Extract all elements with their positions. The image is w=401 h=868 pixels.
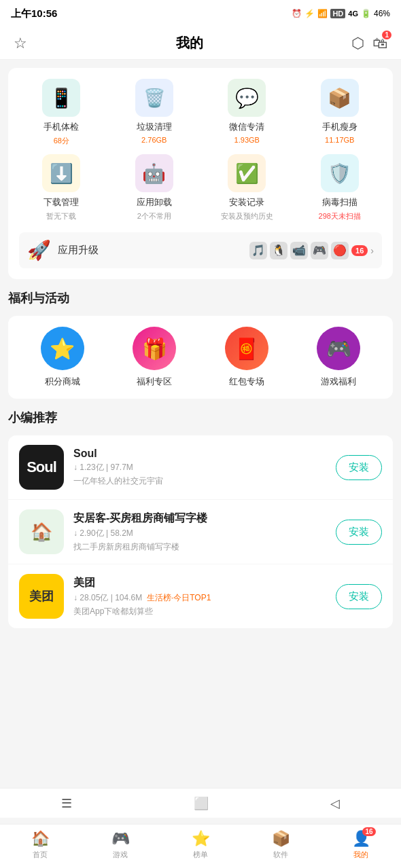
settings-icon[interactable]: ⬡: [351, 35, 364, 52]
nav-charts[interactable]: ⭐ 榜单: [160, 830, 241, 860]
cart-badge: 1: [382, 31, 391, 39]
upgrade-banner[interactable]: 🚀 应用升级 🎵 🐧 📹 🎮 🔴 16 ›: [19, 232, 382, 268]
nav-software-label: 软件: [273, 850, 288, 860]
app-item-soul: Soul Soul ↓ 1.23亿 | 97.7M 一亿年轻人的社交元宇宙 安装: [8, 435, 393, 500]
nav-mine-label: 我的: [353, 850, 368, 860]
redpacket-icon: 🧧: [225, 327, 268, 370]
star-icon[interactable]: ☆: [14, 35, 27, 52]
anjuke-info: 安居客-买房租房商铺写字楼 ↓ 2.90亿 | 58.2M 找二手房新房租房商铺…: [73, 511, 326, 553]
alarm-icon: ⏰: [292, 9, 302, 18]
tool-virus-scan[interactable]: 🛡️ 病毒扫描 298天未扫描: [298, 154, 383, 221]
app-uninstall-icon: 🤖: [135, 154, 173, 192]
trash-clean-icon: 🗑️: [135, 79, 173, 117]
wechat-clean-icon: 💬: [228, 79, 266, 117]
more-thumb: 🎮: [311, 242, 328, 259]
meituan-install-button[interactable]: 安装: [336, 584, 382, 609]
nav-games-label: 游戏: [113, 850, 128, 860]
welfare-benefits-zone[interactable]: 🎁 福利专区: [111, 327, 198, 388]
tool-name: 手机体检: [43, 121, 79, 133]
tool-sub: 1.93GB: [234, 136, 260, 144]
battery-level: 46%: [374, 9, 390, 18]
home-icon: 🏠: [31, 830, 50, 848]
game-benefits-icon: 🎮: [317, 327, 360, 370]
soul-logo: Soul: [19, 445, 64, 490]
battery-icon: 🔋: [361, 9, 371, 18]
soul-desc: 一亿年轻人的社交元宇宙: [73, 475, 326, 487]
welfare-item-label: 红包专场: [229, 376, 264, 388]
welfare-grid: ⭐ 积分商城 🎁 福利专区 🧧 红包专场 🎮 游戏福利: [19, 327, 382, 388]
nav-software[interactable]: 📦 软件: [241, 830, 321, 860]
tool-app-uninstall[interactable]: 🤖 应用卸载 2个不常用: [112, 154, 197, 221]
recommend-section-title: 小编推荐: [8, 410, 393, 426]
rocket-icon: 🚀: [27, 239, 51, 261]
main-content: 📱 手机体检 68分 🗑️ 垃圾清理 2.76GB 💬 微信专清 1.93GB …: [0, 60, 401, 647]
extra-thumb: 🔴: [331, 242, 349, 259]
software-icon: 📦: [272, 830, 290, 848]
tool-phone-slim[interactable]: 📦 手机瘦身 11.17GB: [298, 79, 383, 146]
welfare-game-benefits[interactable]: 🎮 游戏福利: [296, 327, 383, 388]
soul-name: Soul: [73, 448, 326, 460]
tools-grid: 📱 手机体检 68分 🗑️ 垃圾清理 2.76GB 💬 微信专清 1.93GB …: [19, 79, 382, 221]
app-item-meituan: 美团 美团 ↓ 28.05亿 | 104.6M 生活榜·今日TOP1 美团App…: [8, 564, 393, 628]
nav-games[interactable]: 🎮 游戏: [80, 830, 160, 860]
tool-install-history[interactable]: ✅ 安装记录 安装及预约历史: [205, 154, 290, 221]
meituan-meta: ↓ 28.05亿 | 104.6M 生活榜·今日TOP1: [73, 592, 326, 604]
anjuke-install-button[interactable]: 安装: [336, 520, 382, 545]
mine-badge: 16: [362, 827, 375, 836]
tool-name: 病毒扫描: [322, 196, 358, 209]
tool-sub: 298天未扫描: [319, 211, 361, 221]
upgrade-count: 16: [351, 245, 368, 256]
home-square-icon[interactable]: ⬜: [194, 796, 209, 811]
mianmian-thumb: 📹: [290, 242, 308, 259]
soul-install-button[interactable]: 安装: [336, 455, 382, 480]
upgrade-arrow-icon: ›: [370, 245, 374, 256]
menu-icon[interactable]: ☰: [61, 796, 72, 811]
meituan-highlight: 生活榜·今日TOP1: [147, 593, 211, 602]
app-list: Soul Soul ↓ 1.23亿 | 97.7M 一亿年轻人的社交元宇宙 安装…: [8, 435, 393, 628]
system-nav-bar: ☰ ⬜ ◁: [0, 788, 401, 818]
tool-trash-clean[interactable]: 🗑️ 垃圾清理 2.76GB: [112, 79, 197, 146]
welfare-section-title: 福利与活动: [8, 290, 393, 306]
tool-name: 手机瘦身: [322, 121, 358, 133]
anjuke-name: 安居客-买房租房商铺写字楼: [73, 511, 326, 526]
tool-phone-checkup[interactable]: 📱 手机体检 68分: [19, 79, 104, 146]
soul-meta: ↓ 1.23亿 | 97.7M: [73, 462, 326, 473]
tool-name: 应用卸载: [137, 196, 172, 209]
tool-sub: 安装及预约历史: [221, 211, 273, 221]
welfare-points-shop[interactable]: ⭐ 积分商城: [19, 327, 106, 388]
4g-label: 4G: [348, 10, 358, 18]
tool-wechat-clean[interactable]: 💬 微信专清 1.93GB: [205, 79, 290, 146]
nav-home[interactable]: 🏠 首页: [0, 830, 80, 860]
welfare-item-label: 积分商城: [45, 376, 80, 388]
tool-sub: 2个不常用: [137, 211, 171, 221]
bluetooth-icon: ⚡: [304, 9, 315, 18]
install-history-icon: ✅: [228, 154, 266, 192]
hd-label: HD: [330, 9, 345, 18]
bottom-nav: 🏠 首页 🎮 游戏 ⭐ 榜单 📦 软件 👤 16 我的: [0, 824, 401, 868]
header-title: 我的: [27, 34, 351, 52]
status-icons: ⏰ ⚡ 📶 HD 4G 🔋 46%: [292, 9, 390, 18]
app-item-anjuke: 🏠 安居客-买房租房商铺写字楼 ↓ 2.90亿 | 58.2M 找二手房新房租房…: [8, 500, 393, 564]
qq-thumb: 🐧: [270, 242, 287, 259]
nav-mine[interactable]: 👤 16 我的: [321, 830, 401, 860]
meituan-info: 美团 ↓ 28.05亿 | 104.6M 生活榜·今日TOP1 美团App下啥都…: [73, 576, 326, 617]
nav-home-label: 首页: [33, 850, 48, 860]
cart-wrapper[interactable]: 🛍 1: [372, 35, 387, 52]
benefits-zone-icon: 🎁: [133, 327, 176, 370]
tool-name: 微信专清: [229, 121, 264, 133]
recommend-section: 小编推荐 Soul Soul ↓ 1.23亿 | 97.7M 一亿年轻人的社交元…: [8, 410, 393, 628]
welfare-section: 福利与活动 ⭐ 积分商城 🎁 福利专区 🧧 红包专场 🎮 游戏福利: [8, 290, 393, 399]
points-shop-icon: ⭐: [41, 327, 84, 370]
anjuke-desc: 找二手房新房租房商铺写字楼: [73, 541, 326, 553]
back-icon[interactable]: ◁: [330, 796, 340, 811]
header: ☆ 我的 ⬡ 🛍 1: [0, 27, 401, 60]
welfare-redpacket[interactable]: 🧧 红包专场: [203, 327, 290, 388]
tool-download-mgr[interactable]: ⬇️ 下载管理 暂无下载: [19, 154, 104, 221]
meituan-name: 美团: [73, 576, 326, 590]
upgrade-label: 应用升级: [58, 244, 243, 257]
meituan-desc: 美团App下啥都划算些: [73, 606, 326, 617]
tool-name: 垃圾清理: [137, 121, 172, 133]
charts-icon: ⭐: [192, 830, 210, 848]
status-bar: 上午10:56 ⏰ ⚡ 📶 HD 4G 🔋 46%: [0, 0, 401, 27]
anjuke-meta: ↓ 2.90亿 | 58.2M: [73, 528, 326, 539]
